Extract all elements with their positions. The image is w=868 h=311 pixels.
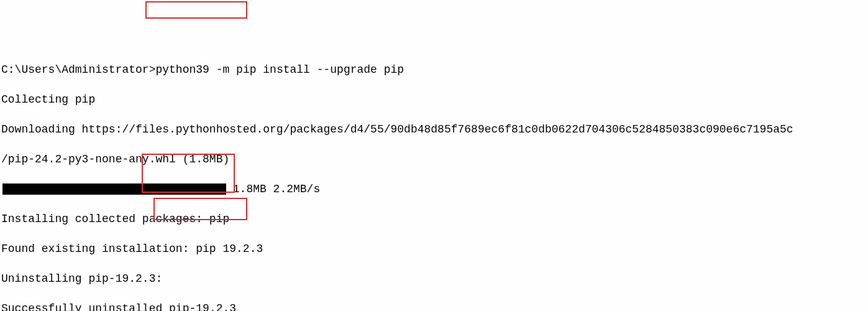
terminal-line: Collecting pip xyxy=(1,92,867,107)
highlight-annotation xyxy=(145,1,247,19)
terminal-line: Downloading https://files.pythonhosted.o… xyxy=(1,122,867,137)
progress-text: 1.8MB 2.2MB/s xyxy=(226,183,320,195)
command-text: python39 -m pip install --upgrade pip xyxy=(155,63,404,76)
terminal-line: Successfully uninstalled pip-19.2.3 xyxy=(1,301,867,311)
progress-bar xyxy=(2,183,226,195)
terminal-line: Installing collected packages: pip xyxy=(1,211,867,226)
terminal-line: /pip-24.2-py3-none-any.whl (1.8MB) xyxy=(1,152,867,167)
terminal-line: 1.8MB 2.2MB/s xyxy=(1,182,867,197)
terminal-line: C:\Users\Administrator>python39 -m pip i… xyxy=(1,62,867,77)
terminal-line: Uninstalling pip-19.2.3: xyxy=(1,271,867,286)
terminal-line: Found existing installation: pip 19.2.3 xyxy=(1,241,867,256)
prompt-text: C:\Users\Administrator> xyxy=(1,63,155,76)
